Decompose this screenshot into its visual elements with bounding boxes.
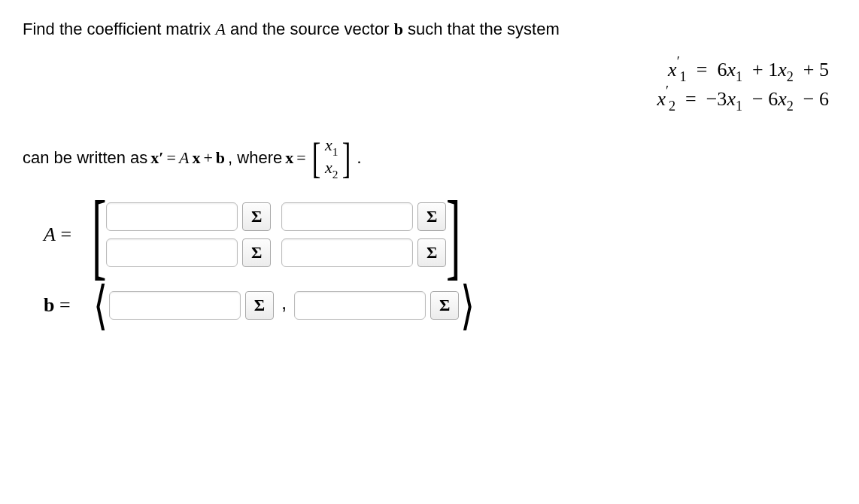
symbol-b: b (394, 20, 403, 38)
equation-row-1: x′1 = 6x1 + 1x2 + 5 (23, 56, 829, 84)
sigma-button-A-r1c1[interactable]: Σ (242, 202, 271, 231)
sigma-button-b-2[interactable]: Σ (430, 291, 459, 320)
matrix-A-input-r2c1[interactable] (106, 238, 238, 267)
text-can-be-written: can be written as (23, 148, 147, 168)
symbol-A: A (215, 20, 225, 38)
matrix-A-input-r1c1[interactable] (106, 202, 238, 231)
symbol-x-prime: x′ (150, 148, 163, 168)
symbol-b2: b (216, 148, 225, 168)
vector-b-input-1[interactable] (109, 291, 241, 320)
answer-area: A = [ Σ Σ Σ Σ ] b = ⟨ (23, 201, 836, 324)
matrix-A-input-r2c2[interactable] (281, 238, 413, 267)
symbol-A2: A (179, 148, 189, 168)
rewrite-line: can be written as x′ = Ax + b, where x =… (23, 135, 836, 179)
vector-b-cells: Σ , Σ (109, 291, 459, 320)
matrix-A-input-r1c2[interactable] (281, 202, 413, 231)
vector-b-row: b = ⟨ Σ , Σ ⟩ (44, 287, 836, 324)
x-column-vector: [ x1 x2 ] (309, 135, 354, 179)
prompt-text-3: such that the system (403, 20, 560, 38)
matrix-left-bracket-icon: [ (92, 201, 106, 269)
sigma-button-A-r2c2[interactable]: Σ (417, 238, 446, 267)
problem-prompt: Find the coefficient matrix A and the so… (23, 18, 836, 41)
equation-system: x′1 = 6x1 + 1x2 + 5 x′2 = −3x1 − 6x2 − 6 (23, 41, 836, 126)
equation-row-2: x′2 = −3x1 − 6x2 − 6 (23, 86, 829, 114)
matrix-A-grid: Σ Σ Σ Σ (106, 202, 446, 267)
vector-b-input-2[interactable] (294, 291, 426, 320)
angle-left-icon: ⟨ (93, 287, 108, 324)
period: . (357, 148, 362, 168)
vector-comma: , (280, 291, 288, 320)
sigma-button-A-r2c1[interactable]: Σ (242, 238, 271, 267)
label-A-equals: A = (44, 223, 92, 246)
plus: + (203, 148, 212, 168)
right-bracket-icon: ] (342, 147, 351, 169)
prompt-text-1: Find the coefficient matrix (23, 20, 215, 38)
label-b-equals: b = (44, 294, 92, 317)
symbol-x-bold: x (192, 148, 200, 168)
symbol-x-bold-2: x (285, 148, 293, 168)
sigma-button-b-1[interactable]: Σ (245, 291, 274, 320)
left-bracket-icon: [ (311, 147, 320, 169)
prompt-text-2: and the source vector (226, 20, 394, 38)
equals-2: = (296, 148, 305, 168)
text-where: , where (228, 148, 282, 168)
matrix-A-row: A = [ Σ Σ Σ Σ ] (44, 201, 836, 269)
equals-1: = (167, 148, 176, 168)
matrix-right-bracket-icon: ] (446, 201, 460, 269)
sigma-button-A-r1c2[interactable]: Σ (417, 202, 446, 231)
angle-right-icon: ⟩ (460, 287, 475, 324)
